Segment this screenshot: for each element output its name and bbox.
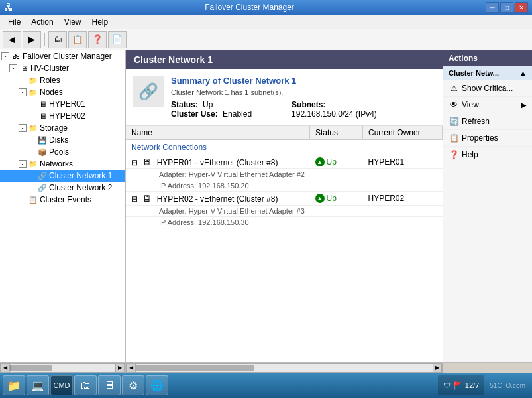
- view-icon: 👁: [449, 100, 459, 110]
- center-title: Cluster Network 1: [134, 54, 213, 65]
- menu-file[interactable]: File: [3, 16, 26, 28]
- center-scroll-area: [136, 365, 433, 371]
- tree-roles[interactable]: 📁 Roles: [0, 74, 125, 86]
- expand-storage[interactable]: -: [19, 124, 27, 132]
- menu-action[interactable]: Action: [26, 16, 58, 28]
- toolbar-help[interactable]: ❓: [88, 31, 107, 48]
- center-header: Cluster Network 1: [126, 50, 443, 69]
- toolbar-list[interactable]: 📋: [68, 31, 87, 48]
- action-show-critical-label: Show Critica...: [462, 84, 513, 93]
- row1-owner: HYPER01: [363, 155, 443, 169]
- root-label: Failover Cluster Manager: [23, 52, 112, 61]
- table-area: Name Status Current Owner Network Connec…: [126, 126, 443, 362]
- action-help[interactable]: ❓ Help: [443, 147, 532, 163]
- toolbar-back[interactable]: ◀: [3, 31, 21, 48]
- taskbar-settings[interactable]: ⚙: [122, 375, 144, 395]
- expand-nodes[interactable]: -: [19, 88, 27, 96]
- cluster-use-line: Cluster Use: Enabled: [171, 109, 252, 119]
- tree-panel: - 🖧 Failover Cluster Manager - 🖥 HV-Clus…: [0, 50, 126, 362]
- tree-hv-cluster[interactable]: - 🖥 HV-Cluster: [0, 62, 125, 74]
- tree-cluster-network-1[interactable]: 🔗 Cluster Network 1: [0, 170, 125, 182]
- menu-view[interactable]: View: [59, 16, 87, 28]
- tree-disks[interactable]: 💾 Disks: [0, 134, 125, 146]
- action-show-critical[interactable]: ⚠ Show Critica...: [443, 80, 532, 97]
- sub-row-1b: IP Address: 192.168.150.20: [126, 180, 443, 192]
- toolbar-separator-1: [44, 33, 45, 46]
- cn1-icon: 🔗: [37, 170, 48, 181]
- expand-root[interactable]: -: [1, 52, 9, 60]
- row2-status: ▲ Up: [310, 192, 363, 206]
- center-scroll-track[interactable]: ◀ ▶: [126, 363, 443, 373]
- table-row[interactable]: ⊟ 🖥 HYPER02 - vEthernet (Cluster #8) ▲ U…: [126, 192, 443, 206]
- status-up-2: ▲ Up: [315, 194, 358, 203]
- refresh-icon: 🔄: [449, 116, 459, 127]
- expand-hv-cluster[interactable]: -: [9, 64, 17, 72]
- hyper01-label: HYPER01: [49, 100, 85, 109]
- app-icon: 🖧: [4, 2, 13, 13]
- status-label: Status:: [171, 100, 198, 109]
- network-table: Name Status Current Owner Network Connec…: [126, 126, 443, 228]
- left-scroll-left[interactable]: ◀: [1, 364, 10, 373]
- tray-shield-icon: 🛡: [443, 381, 451, 389]
- close-button[interactable]: ✕: [515, 2, 528, 13]
- action-properties-label: Properties: [462, 133, 498, 143]
- tree-nodes[interactable]: - 📁 Nodes: [0, 86, 125, 98]
- roles-icon: 📁: [28, 75, 38, 86]
- status-line: Status: Up: [171, 100, 252, 109]
- minimize-button[interactable]: ─: [486, 2, 499, 13]
- expand-networks[interactable]: -: [19, 160, 27, 168]
- center-scroll-right[interactable]: ▶: [433, 364, 442, 373]
- taskbar-explorer[interactable]: 📁: [3, 375, 25, 395]
- tree-hyper02[interactable]: 🖥 HYPER02: [0, 110, 125, 122]
- sub-row-2a: Adapter: Hyper-V Virtual Ethernet Adapte…: [126, 206, 443, 217]
- toolbar-file[interactable]: 📄: [108, 31, 127, 48]
- left-scroll-right[interactable]: ▶: [115, 364, 125, 373]
- taskbar-server[interactable]: 🖥: [98, 375, 121, 395]
- left-scroll-track[interactable]: ◀ ▶: [0, 363, 125, 373]
- tree-hyper01[interactable]: 🖥 HYPER01: [0, 98, 125, 110]
- action-view[interactable]: 👁 View ▶: [443, 97, 532, 113]
- subnets-info: Subnets: 192.168.150.0/24 (IPv4): [292, 100, 377, 119]
- disks-label: Disks: [49, 135, 68, 145]
- group-header-row: Network Connections: [126, 140, 443, 155]
- networks-label: Networks: [40, 159, 73, 168]
- show-critical-icon: ⚠: [449, 83, 459, 94]
- tree-storage[interactable]: - 📁 Storage: [0, 122, 125, 134]
- summary-title: Summary of Cluster Network 1: [171, 76, 436, 86]
- col-owner: Current Owner: [363, 126, 443, 140]
- tree-pools[interactable]: 📦 Pools: [0, 146, 125, 158]
- center-scroll-left[interactable]: ◀: [127, 364, 136, 373]
- actions-subheader-label: Cluster Netw...: [449, 69, 499, 77]
- taskbar-cmd[interactable]: CMD: [50, 375, 73, 395]
- row1-status: ▲ Up: [310, 155, 363, 169]
- status-icon-1: ▲: [315, 157, 325, 166]
- collapse-icon: ⊟: [131, 158, 138, 167]
- center-scroll-thumb: [136, 365, 254, 371]
- toolbar-forward[interactable]: ▶: [23, 31, 41, 48]
- action-properties[interactable]: 📋 Properties: [443, 130, 532, 147]
- summary-area: 🔗 Summary of Cluster Network 1 Cluster N…: [126, 69, 443, 126]
- left-scroll-thumb: [10, 365, 52, 371]
- taskbar-folder2[interactable]: 🗂: [74, 375, 97, 395]
- network-icon: 🔗: [138, 82, 158, 101]
- tree-root[interactable]: - 🖧 Failover Cluster Manager: [0, 50, 125, 62]
- cn2-icon: 🔗: [37, 182, 48, 193]
- taskbar-powershell[interactable]: 💻: [27, 375, 49, 395]
- hv-cluster-icon: 🖥: [19, 63, 29, 74]
- properties-icon: 📋: [449, 133, 459, 143]
- tree-cluster-events[interactable]: 📋 Cluster Events: [0, 194, 125, 206]
- tree-networks[interactable]: - 📁 Networks: [0, 158, 125, 170]
- summary-content: Summary of Cluster Network 1 Cluster Net…: [171, 76, 436, 119]
- status-icon-2: ▲: [315, 194, 325, 203]
- menu-bar: File Action View Help: [0, 15, 532, 29]
- taskbar-network[interactable]: 🌐: [146, 375, 168, 395]
- table-header-row: Name Status Current Owner: [126, 126, 443, 140]
- action-refresh[interactable]: 🔄 Refresh: [443, 113, 532, 130]
- toolbar-folder[interactable]: 🗂: [48, 31, 67, 48]
- actions-header: Actions: [443, 50, 532, 66]
- tree-cluster-network-2[interactable]: 🔗 Cluster Network 2: [0, 182, 125, 194]
- root-icon: 🖧: [11, 51, 21, 62]
- maximize-button[interactable]: □: [500, 2, 513, 13]
- menu-help[interactable]: Help: [87, 16, 114, 28]
- table-row[interactable]: ⊟ 🖥 HYPER01 - vEthernet (Cluster #8) ▲ U…: [126, 155, 443, 169]
